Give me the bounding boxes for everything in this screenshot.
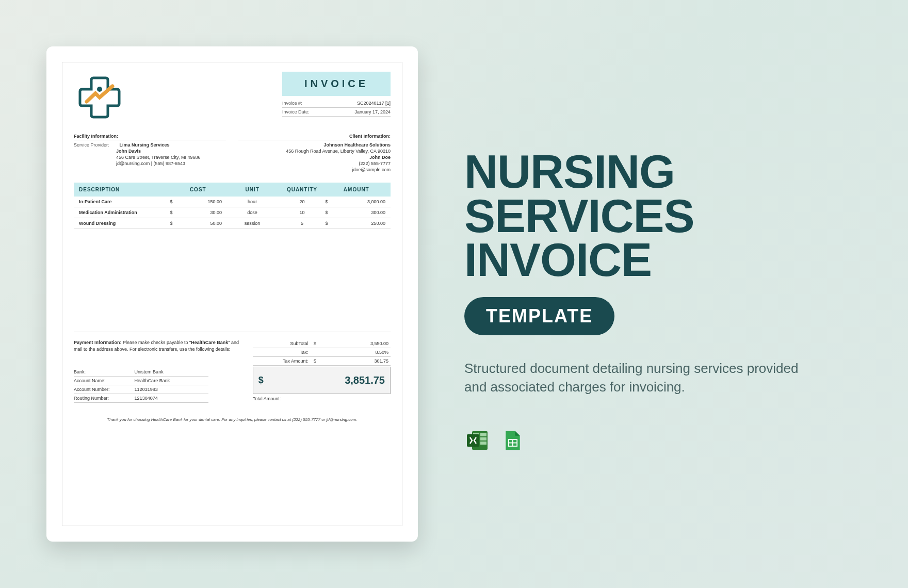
currency-symbol: $ bbox=[258, 375, 284, 386]
totals: SubTotal $ 3,550.00 Tax: 8.50% Tax Amoun… bbox=[253, 339, 391, 403]
item-description: Medication Administration bbox=[77, 210, 170, 215]
line-item: In-Patient Care$150.00hour20$3,000.00 bbox=[74, 197, 391, 207]
client-company: Johnson Healthcare Solutions bbox=[238, 142, 391, 148]
currency-symbol: $ bbox=[170, 210, 182, 215]
currency-symbol: $ bbox=[308, 358, 321, 364]
invoice-date-label: Invoice Date: bbox=[282, 109, 310, 115]
client-info: Client Information: Johnson Healthcare S… bbox=[238, 134, 391, 173]
account-number-label: Account Number: bbox=[74, 387, 135, 392]
routing-number-label: Routing Number: bbox=[74, 396, 135, 401]
facility-info: Facility Information: Service Provider: … bbox=[74, 134, 226, 173]
service-provider-label: Service Provider: bbox=[74, 142, 109, 148]
item-description: In-Patient Care bbox=[77, 199, 170, 204]
client-heading: Client Information: bbox=[238, 134, 391, 140]
promo-panel: NURSING SERVICES INVOICE TEMPLATE Struct… bbox=[464, 135, 862, 453]
col-description: DESCRIPTION bbox=[77, 187, 170, 192]
svg-rect-7 bbox=[480, 442, 487, 445]
account-number: 112031983 bbox=[135, 387, 209, 392]
payment-heading: Payment Information: bbox=[74, 340, 122, 345]
facility-heading: Facility Information: bbox=[74, 134, 226, 140]
tax-label: Tax: bbox=[255, 350, 309, 355]
item-unit: hour bbox=[226, 199, 279, 204]
client-address: 456 Rough Road Avenue, Liberty Valley, C… bbox=[238, 149, 391, 154]
line-item: Wound Dressing$50.00session5$250.00 bbox=[74, 218, 391, 229]
payment-text-1: Please make checks payable to " bbox=[123, 340, 191, 345]
headline-line-2: SERVICES bbox=[464, 194, 862, 239]
account-name: HealthCare Bank bbox=[135, 378, 209, 383]
bank-label: Bank: bbox=[74, 369, 135, 374]
facility-address: 456 Care Street, Traverse City, MI 49686 bbox=[74, 155, 226, 160]
grand-total-label: Total Amount: bbox=[253, 396, 391, 401]
invoice-number: SC20240117 [1] bbox=[357, 101, 391, 106]
item-description: Wound Dressing bbox=[77, 221, 170, 226]
currency-symbol: $ bbox=[170, 199, 182, 204]
template-badge: TEMPLATE bbox=[464, 297, 614, 335]
invoice-date: January 17, 2024 bbox=[354, 109, 391, 115]
item-amount: 300.00 bbox=[338, 210, 387, 215]
currency-symbol: $ bbox=[170, 221, 182, 226]
line-items-header: DESCRIPTION COST UNIT QUANTITY AMOUNT bbox=[74, 183, 391, 197]
col-cost: COST bbox=[170, 187, 226, 192]
grand-total: 3,851.75 bbox=[284, 374, 385, 386]
item-amount: 3,000.00 bbox=[338, 199, 387, 204]
col-unit: UNIT bbox=[226, 187, 279, 192]
currency-symbol: $ bbox=[326, 210, 338, 215]
excel-icon bbox=[464, 428, 490, 453]
col-quantity: QUANTITY bbox=[279, 187, 325, 192]
currency-symbol: $ bbox=[308, 341, 321, 346]
promo-description: Structured document detailing nursing se… bbox=[464, 359, 815, 397]
payment-payee: HealthCare Bank bbox=[191, 340, 228, 345]
service-provider: Lima Nursing Services bbox=[120, 142, 170, 148]
grand-total-box: $ 3,851.75 bbox=[253, 367, 391, 394]
line-item: Medication Administration$30.00dose10$30… bbox=[74, 207, 391, 218]
item-unit: dose bbox=[226, 210, 279, 215]
item-quantity: 20 bbox=[279, 199, 325, 204]
headline-line-1: NURSING bbox=[464, 150, 862, 194]
item-cost: 30.00 bbox=[181, 210, 226, 215]
svg-rect-5 bbox=[480, 437, 487, 440]
item-quantity: 5 bbox=[279, 221, 325, 226]
svg-point-0 bbox=[97, 87, 102, 92]
item-amount: 250.00 bbox=[338, 221, 387, 226]
tax-amount-label: Tax Amount: bbox=[255, 358, 309, 364]
svg-rect-3 bbox=[480, 433, 487, 436]
headline-line-3: INVOICE bbox=[464, 238, 862, 283]
account-name-label: Account Name: bbox=[74, 378, 135, 383]
client-phone: (222) 555-7777 bbox=[238, 161, 391, 166]
currency-symbol: $ bbox=[326, 199, 338, 204]
invoice-meta: Invoice #: SC20240117 [1] Invoice Date: … bbox=[282, 99, 391, 117]
facility-contact-name: John Davis bbox=[116, 149, 141, 154]
facility-contact: jd@nursing.com | (555) 987-6543 bbox=[74, 161, 226, 166]
routing-number: 121304074 bbox=[135, 396, 209, 401]
subtotal-label: SubTotal bbox=[255, 341, 309, 346]
col-amount: AMOUNT bbox=[326, 187, 387, 192]
client-email: jdoe@sample.com bbox=[238, 167, 391, 172]
item-unit: session bbox=[226, 221, 279, 226]
empty-rows bbox=[74, 229, 391, 332]
google-sheets-icon bbox=[499, 428, 525, 453]
subtotal: 3,550.00 bbox=[321, 341, 388, 346]
invoice-preview-card: INVOICE Invoice #: SC20240117 [1] Invoic… bbox=[46, 46, 418, 542]
item-cost: 50.00 bbox=[181, 221, 226, 226]
currency-symbol: $ bbox=[326, 221, 338, 226]
invoice-title: INVOICE bbox=[282, 72, 391, 96]
svg-rect-8 bbox=[467, 434, 479, 447]
client-contact-name: John Doe bbox=[238, 155, 391, 160]
item-quantity: 10 bbox=[279, 210, 325, 215]
item-cost: 150.00 bbox=[181, 199, 226, 204]
invoice-body: INVOICE Invoice #: SC20240117 [1] Invoic… bbox=[62, 62, 402, 526]
invoice-number-label: Invoice #: bbox=[282, 101, 302, 106]
tax: 8.50% bbox=[321, 350, 388, 355]
bank: Unistem Bank bbox=[135, 369, 209, 374]
line-items-body: In-Patient Care$150.00hour20$3,000.00Med… bbox=[74, 197, 391, 229]
footer-note: Thank you for choosing HealthCare Bank f… bbox=[74, 417, 391, 422]
tax-amount: 301.75 bbox=[321, 358, 388, 364]
payment-info: Payment Information: Please make checks … bbox=[74, 339, 242, 403]
company-logo bbox=[74, 72, 131, 128]
